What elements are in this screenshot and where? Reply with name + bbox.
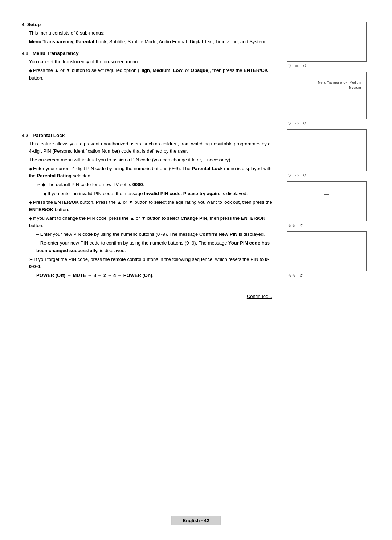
screen-1-icons: ▽ ⇨ ↺ xyxy=(287,63,370,69)
circle-icon-2: ↺ xyxy=(303,121,306,126)
section-42-bullet3: If you want to change the PIN code, pres… xyxy=(29,215,272,229)
screen-4-checkbox xyxy=(324,190,329,195)
section-4-intro: This menu consists of 8 sub-menus: xyxy=(29,29,272,37)
section-4: 4. Setup This menu consists of 8 sub-men… xyxy=(22,22,272,45)
screen-2-wrapper: Menu Transparency : Medium Medium ▽ ⇨ ↺ xyxy=(287,72,370,126)
section-41-title: Menu Transparency xyxy=(33,51,79,56)
section-4-submenus: Menu Transparency, Parental Lock, Subtit… xyxy=(29,38,272,45)
screen-4-wrapper: ⊙ ⊙ ↺ xyxy=(287,181,370,229)
right-column: ▽ ⇨ ↺ Menu Transparency : Medium Medium xyxy=(287,22,370,511)
screen-4 xyxy=(287,181,367,221)
section-42-sub-arrow1: ➢ ◆ The default PIN code for a new TV se… xyxy=(36,181,272,188)
screen-5-inner xyxy=(287,232,366,249)
submenu-bold: Menu Transparency, Parental Lock xyxy=(29,39,107,44)
screen-3 xyxy=(287,129,367,171)
section-4-number: 4. xyxy=(22,22,26,28)
right-arrow-icon-2: ⇨ xyxy=(295,121,299,126)
circle-icon-4: ↺ xyxy=(299,223,303,228)
section-42-arrow1: ➢ If you forget the PIN code, press the … xyxy=(29,256,272,270)
right-arrow-icon-3: ⇨ xyxy=(295,173,299,178)
section-42-sub-bullet1: If you enter an invalid PIN code, the me… xyxy=(44,190,272,197)
screen-4-icons: ⊙ ⊙ ↺ xyxy=(287,222,370,229)
section-41: 4.1 Menu Transparency You can set the tr… xyxy=(22,51,272,81)
screen-1 xyxy=(287,22,367,62)
screen-2-icons: ▽ ⇨ ↺ xyxy=(287,120,370,126)
page: 4. Setup This menu consists of 8 sub-men… xyxy=(0,0,392,540)
section-42-bullet1: Enter your current 4-digit PIN code by u… xyxy=(29,165,272,180)
screen-2-label: Menu Transparency : Medium xyxy=(289,80,364,85)
down-arrow-icon-1: ▽ xyxy=(288,64,291,68)
screen-1-wrapper: ▽ ⇨ ↺ xyxy=(287,22,370,69)
section-42-title: Parental Lock xyxy=(33,133,65,138)
screen-1-inner xyxy=(287,22,366,53)
down-arrow-icon-2: ▽ xyxy=(288,121,291,126)
section-4-header: 4. Setup xyxy=(22,22,272,28)
screen-5-checkbox xyxy=(324,240,329,245)
section-42-dash1: Enter your new PIN code by using the num… xyxy=(36,231,272,238)
section-41-intro: You can set the translucency of the on-s… xyxy=(29,58,272,65)
screen-5-icons: ⊙ ⊙ ↺ xyxy=(287,273,370,279)
section-42-number: 4.2 xyxy=(22,133,28,139)
section-41-bullet1: Press the ▲ or ▼ button to select requir… xyxy=(29,67,272,81)
section-42-header: 4.2 Parental Lock xyxy=(22,133,272,139)
screen-1-line xyxy=(291,27,363,27)
right-arrow-icon-1: ⇨ xyxy=(295,64,299,68)
screen-3-icons: ▽ ⇨ ↺ xyxy=(287,172,370,178)
continued-text: Continued... xyxy=(22,294,272,299)
screen-2-line xyxy=(289,77,364,77)
screen-2: Menu Transparency : Medium Medium xyxy=(287,72,367,119)
screen-3-inner xyxy=(287,130,366,157)
screen-2-value: Medium xyxy=(289,85,364,90)
section-41-number: 4.1 xyxy=(22,51,28,57)
circle-icon-3: ↺ xyxy=(303,173,306,178)
section-42-intro2: The on-screen menu will instruct you to … xyxy=(29,156,272,164)
section-42-power-seq: POWER (Off) → MUTE → 8 → 2 → 4 → POWER (… xyxy=(36,272,272,279)
circle-icon-1: ↺ xyxy=(303,64,306,68)
screen-2-inner: Menu Transparency : Medium Medium xyxy=(287,72,366,93)
section-42-bullet2: Press the ENTER/OK button. Press the ▲ o… xyxy=(29,199,272,213)
radio-icon-4a: ⊙ ⊙ xyxy=(288,223,295,227)
screen-5-wrapper: ⊙ ⊙ ↺ xyxy=(287,231,370,279)
screen-3-space xyxy=(289,136,364,154)
section-42-intro1: This feature allows you to prevent unaut… xyxy=(29,140,272,155)
screen-3-wrapper: ▽ ⇨ ↺ xyxy=(287,129,370,178)
down-arrow-icon-3: ▽ xyxy=(288,173,291,178)
screen-5 xyxy=(287,231,367,271)
screen-2-content: Menu Transparency : Medium Medium xyxy=(289,80,364,90)
section-41-header: 4.1 Menu Transparency xyxy=(22,51,272,57)
footer: English - 42 xyxy=(172,516,221,525)
circle-icon-5: ↺ xyxy=(299,273,303,278)
screen-3-line xyxy=(289,134,364,134)
section-42-dash2: Re-enter your new PIN code to confirm by… xyxy=(36,239,272,254)
section-42: 4.2 Parental Lock This feature allows yo… xyxy=(22,133,272,279)
section-4-title: Setup xyxy=(27,22,41,27)
left-column: 4. Setup This menu consists of 8 sub-men… xyxy=(22,22,276,511)
spacer-1 xyxy=(22,84,272,128)
screen-4-inner xyxy=(287,182,366,198)
radio-icon-5a: ⊙ ⊙ xyxy=(288,274,295,278)
